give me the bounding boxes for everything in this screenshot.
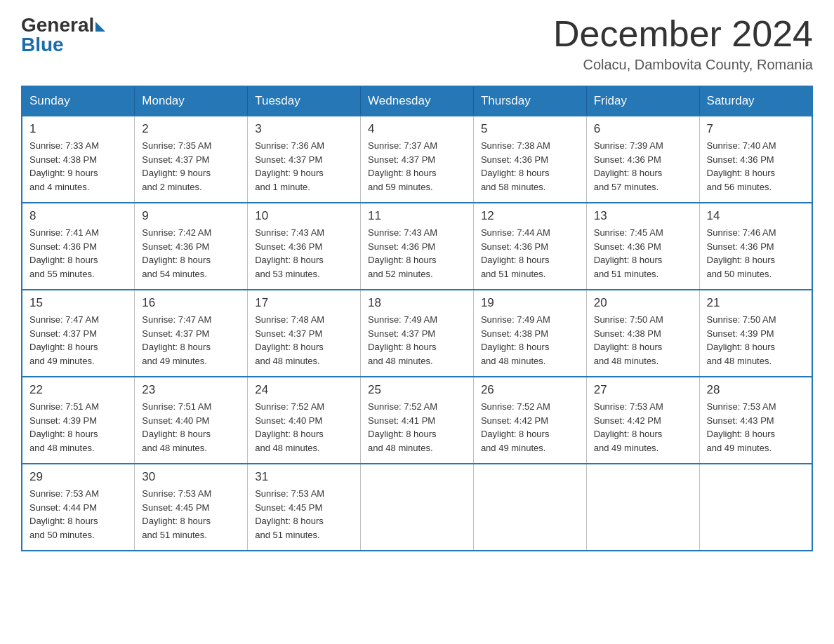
calendar-cell: 31 Sunrise: 7:53 AMSunset: 4:45 PMDaylig… bbox=[248, 464, 361, 551]
calendar-cell: 12 Sunrise: 7:44 AMSunset: 4:36 PMDaylig… bbox=[473, 203, 586, 290]
day-info: Sunrise: 7:46 AMSunset: 4:36 PMDaylight:… bbox=[707, 226, 805, 281]
calendar-cell: 6 Sunrise: 7:39 AMSunset: 4:36 PMDayligh… bbox=[586, 116, 699, 203]
day-info: Sunrise: 7:33 AMSunset: 4:38 PMDaylight:… bbox=[29, 139, 127, 194]
day-number: 8 bbox=[29, 209, 127, 223]
calendar-cell: 20 Sunrise: 7:50 AMSunset: 4:38 PMDaylig… bbox=[586, 290, 699, 377]
header-saturday: Saturday bbox=[699, 86, 812, 116]
day-info: Sunrise: 7:48 AMSunset: 4:37 PMDaylight:… bbox=[255, 313, 353, 368]
day-number: 30 bbox=[142, 470, 240, 484]
calendar-cell: 9 Sunrise: 7:42 AMSunset: 4:36 PMDayligh… bbox=[135, 203, 248, 290]
day-info: Sunrise: 7:49 AMSunset: 4:37 PMDaylight:… bbox=[368, 313, 466, 368]
day-number: 6 bbox=[594, 122, 692, 136]
calendar-cell: 14 Sunrise: 7:46 AMSunset: 4:36 PMDaylig… bbox=[699, 203, 812, 290]
day-number: 28 bbox=[707, 383, 805, 397]
day-number: 17 bbox=[255, 296, 353, 310]
calendar-cell: 13 Sunrise: 7:45 AMSunset: 4:36 PMDaylig… bbox=[586, 203, 699, 290]
day-info: Sunrise: 7:45 AMSunset: 4:36 PMDaylight:… bbox=[594, 226, 692, 281]
calendar-cell: 10 Sunrise: 7:43 AMSunset: 4:36 PMDaylig… bbox=[248, 203, 361, 290]
day-info: Sunrise: 7:53 AMSunset: 4:45 PMDaylight:… bbox=[255, 487, 353, 542]
day-info: Sunrise: 7:42 AMSunset: 4:36 PMDaylight:… bbox=[142, 226, 240, 281]
header-sunday: Sunday bbox=[22, 86, 135, 116]
day-info: Sunrise: 7:44 AMSunset: 4:36 PMDaylight:… bbox=[481, 226, 579, 281]
day-info: Sunrise: 7:47 AMSunset: 4:37 PMDaylight:… bbox=[142, 313, 240, 368]
day-number: 26 bbox=[481, 383, 579, 397]
day-number: 16 bbox=[142, 296, 240, 310]
calendar-cell: 24 Sunrise: 7:52 AMSunset: 4:40 PMDaylig… bbox=[248, 377, 361, 464]
day-number: 2 bbox=[142, 122, 240, 136]
calendar-cell: 3 Sunrise: 7:36 AMSunset: 4:37 PMDayligh… bbox=[248, 116, 361, 203]
day-info: Sunrise: 7:50 AMSunset: 4:38 PMDaylight:… bbox=[594, 313, 692, 368]
day-number: 20 bbox=[594, 296, 692, 310]
calendar-cell: 8 Sunrise: 7:41 AMSunset: 4:36 PMDayligh… bbox=[22, 203, 135, 290]
calendar-cell: 18 Sunrise: 7:49 AMSunset: 4:37 PMDaylig… bbox=[361, 290, 474, 377]
day-number: 22 bbox=[29, 383, 127, 397]
calendar-week-row: 22 Sunrise: 7:51 AMSunset: 4:39 PMDaylig… bbox=[22, 377, 812, 464]
day-info: Sunrise: 7:50 AMSunset: 4:39 PMDaylight:… bbox=[707, 313, 805, 368]
day-info: Sunrise: 7:49 AMSunset: 4:38 PMDaylight:… bbox=[481, 313, 579, 368]
calendar-cell: 22 Sunrise: 7:51 AMSunset: 4:39 PMDaylig… bbox=[22, 377, 135, 464]
day-info: Sunrise: 7:53 AMSunset: 4:42 PMDaylight:… bbox=[594, 400, 692, 455]
calendar-cell: 7 Sunrise: 7:40 AMSunset: 4:36 PMDayligh… bbox=[699, 116, 812, 203]
day-number: 29 bbox=[29, 470, 127, 484]
day-number: 25 bbox=[368, 383, 466, 397]
logo: General Blue bbox=[21, 14, 105, 56]
calendar-cell: 29 Sunrise: 7:53 AMSunset: 4:44 PMDaylig… bbox=[22, 464, 135, 551]
calendar-cell: 28 Sunrise: 7:53 AMSunset: 4:43 PMDaylig… bbox=[699, 377, 812, 464]
calendar-cell: 26 Sunrise: 7:52 AMSunset: 4:42 PMDaylig… bbox=[473, 377, 586, 464]
location-subtitle: Colacu, Dambovita County, Romania bbox=[553, 57, 813, 73]
day-number: 13 bbox=[594, 209, 692, 223]
day-info: Sunrise: 7:36 AMSunset: 4:37 PMDaylight:… bbox=[255, 139, 353, 194]
day-number: 10 bbox=[255, 209, 353, 223]
day-info: Sunrise: 7:51 AMSunset: 4:40 PMDaylight:… bbox=[142, 400, 240, 455]
calendar-cell: 23 Sunrise: 7:51 AMSunset: 4:40 PMDaylig… bbox=[135, 377, 248, 464]
day-info: Sunrise: 7:52 AMSunset: 4:40 PMDaylight:… bbox=[255, 400, 353, 455]
calendar-cell: 2 Sunrise: 7:35 AMSunset: 4:37 PMDayligh… bbox=[135, 116, 248, 203]
day-info: Sunrise: 7:47 AMSunset: 4:37 PMDaylight:… bbox=[29, 313, 127, 368]
header-monday: Monday bbox=[135, 86, 248, 116]
calendar-cell: 16 Sunrise: 7:47 AMSunset: 4:37 PMDaylig… bbox=[135, 290, 248, 377]
month-title: December 2024 bbox=[553, 14, 813, 54]
calendar-cell bbox=[586, 464, 699, 551]
calendar-cell bbox=[699, 464, 812, 551]
day-number: 7 bbox=[707, 122, 805, 136]
calendar-week-row: 15 Sunrise: 7:47 AMSunset: 4:37 PMDaylig… bbox=[22, 290, 812, 377]
day-number: 9 bbox=[142, 209, 240, 223]
day-info: Sunrise: 7:35 AMSunset: 4:37 PMDaylight:… bbox=[142, 139, 240, 194]
day-info: Sunrise: 7:51 AMSunset: 4:39 PMDaylight:… bbox=[29, 400, 127, 455]
calendar-cell bbox=[361, 464, 474, 551]
page-header: General Blue December 2024 Colacu, Dambo… bbox=[21, 14, 813, 73]
calendar-cell: 27 Sunrise: 7:53 AMSunset: 4:42 PMDaylig… bbox=[586, 377, 699, 464]
day-number: 11 bbox=[368, 209, 466, 223]
calendar-week-row: 29 Sunrise: 7:53 AMSunset: 4:44 PMDaylig… bbox=[22, 464, 812, 551]
day-number: 18 bbox=[368, 296, 466, 310]
day-info: Sunrise: 7:53 AMSunset: 4:43 PMDaylight:… bbox=[707, 400, 805, 455]
calendar-cell: 25 Sunrise: 7:52 AMSunset: 4:41 PMDaylig… bbox=[361, 377, 474, 464]
header-wednesday: Wednesday bbox=[361, 86, 474, 116]
day-info: Sunrise: 7:53 AMSunset: 4:45 PMDaylight:… bbox=[142, 487, 240, 542]
day-number: 19 bbox=[481, 296, 579, 310]
day-number: 24 bbox=[255, 383, 353, 397]
day-info: Sunrise: 7:52 AMSunset: 4:41 PMDaylight:… bbox=[368, 400, 466, 455]
header-tuesday: Tuesday bbox=[248, 86, 361, 116]
day-info: Sunrise: 7:37 AMSunset: 4:37 PMDaylight:… bbox=[368, 139, 466, 194]
day-info: Sunrise: 7:39 AMSunset: 4:36 PMDaylight:… bbox=[594, 139, 692, 194]
day-number: 15 bbox=[29, 296, 127, 310]
day-info: Sunrise: 7:38 AMSunset: 4:36 PMDaylight:… bbox=[481, 139, 579, 194]
title-section: December 2024 Colacu, Dambovita County, … bbox=[553, 14, 813, 73]
calendar-header-row: SundayMondayTuesdayWednesdayThursdayFrid… bbox=[22, 86, 812, 116]
calendar-cell: 17 Sunrise: 7:48 AMSunset: 4:37 PMDaylig… bbox=[248, 290, 361, 377]
day-info: Sunrise: 7:52 AMSunset: 4:42 PMDaylight:… bbox=[481, 400, 579, 455]
day-number: 23 bbox=[142, 383, 240, 397]
day-number: 1 bbox=[29, 122, 127, 136]
calendar-cell: 15 Sunrise: 7:47 AMSunset: 4:37 PMDaylig… bbox=[22, 290, 135, 377]
calendar-cell: 19 Sunrise: 7:49 AMSunset: 4:38 PMDaylig… bbox=[473, 290, 586, 377]
day-info: Sunrise: 7:40 AMSunset: 4:36 PMDaylight:… bbox=[707, 139, 805, 194]
calendar-cell: 30 Sunrise: 7:53 AMSunset: 4:45 PMDaylig… bbox=[135, 464, 248, 551]
calendar-cell: 4 Sunrise: 7:37 AMSunset: 4:37 PMDayligh… bbox=[361, 116, 474, 203]
logo-blue-text: Blue bbox=[21, 34, 64, 56]
calendar-cell: 5 Sunrise: 7:38 AMSunset: 4:36 PMDayligh… bbox=[473, 116, 586, 203]
day-number: 3 bbox=[255, 122, 353, 136]
calendar-week-row: 1 Sunrise: 7:33 AMSunset: 4:38 PMDayligh… bbox=[22, 116, 812, 203]
header-thursday: Thursday bbox=[473, 86, 586, 116]
calendar-cell: 21 Sunrise: 7:50 AMSunset: 4:39 PMDaylig… bbox=[699, 290, 812, 377]
